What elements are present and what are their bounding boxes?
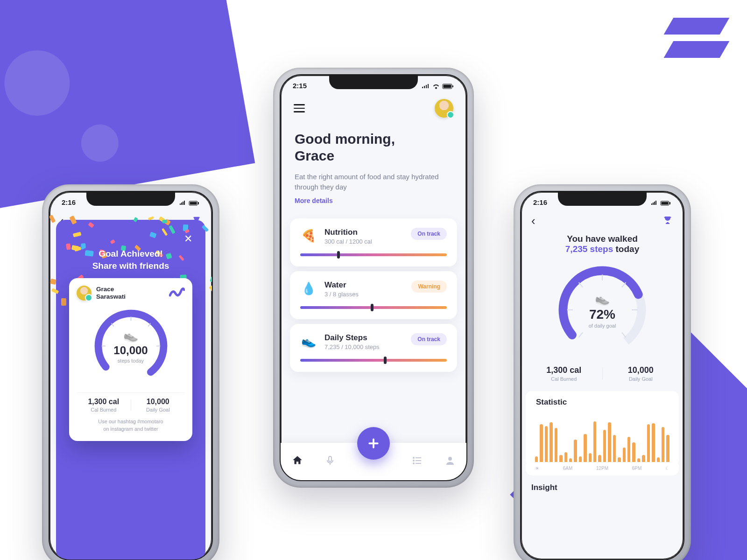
flutter-logo-icon	[669, 18, 725, 64]
progress-gauge: 👟 72% of daily goal	[553, 261, 651, 359]
svg-point-4	[413, 457, 415, 459]
water-icon: 💧	[300, 281, 317, 296]
moon-icon: ☾	[665, 466, 669, 471]
svg-rect-1	[444, 85, 451, 88]
progress-slider[interactable]	[300, 359, 447, 362]
status-icons	[179, 198, 200, 206]
shoe-icon: 👟	[123, 329, 138, 343]
notch	[86, 192, 175, 206]
stat-value: 10,000	[603, 365, 679, 375]
status-time: 2:16	[533, 198, 547, 206]
hourly-bar-chart	[526, 411, 679, 467]
stat-label: Cal Burned	[77, 407, 131, 413]
card-title: Nutrition	[324, 228, 403, 237]
status-icons	[651, 198, 671, 206]
steps-count: 10,000	[113, 344, 148, 357]
card-subtitle: 300 cal / 1200 cal	[324, 238, 403, 245]
trophy-icon[interactable]	[662, 215, 673, 228]
status-badge: Warning	[411, 280, 447, 293]
insight-heading: Insight	[521, 476, 684, 496]
brand-mark-icon	[169, 287, 185, 299]
chart-axis: ☀ 6AM 12PM 6PM ☾	[526, 464, 679, 476]
gauge-percent: 72%	[589, 307, 615, 322]
modal-title: Goal Achieved! Share with friends	[49, 248, 212, 272]
phone-mock-center: 2:15 Good morning,Grace Eat the right am…	[273, 68, 474, 488]
svg-rect-9	[416, 463, 421, 464]
greeting-subtitle: Eat the right amount of food and stay hy…	[281, 166, 466, 195]
more-details-link[interactable]: More details	[281, 195, 466, 214]
notch	[329, 75, 418, 89]
user-name: Saraswati	[96, 293, 126, 301]
progress-slider[interactable]	[300, 253, 447, 256]
svg-point-8	[413, 462, 415, 464]
card-nutrition[interactable]: 🍕 Nutrition 300 cal / 1200 cal On track	[290, 218, 457, 266]
card-title: Daily Steps	[324, 333, 403, 343]
card-title: Water	[324, 280, 404, 290]
svg-point-6	[413, 460, 415, 462]
menu-icon[interactable]	[294, 102, 305, 115]
stat-pair: 1,300 cal Cal Burned 10,000 Daily Goal	[521, 362, 684, 388]
stat-label: Cal Burned	[526, 376, 602, 382]
phone-mock-right: 2:16 ‹ You have walked 7,235 steps today	[514, 184, 691, 560]
tab-profile[interactable]	[444, 455, 456, 468]
svg-rect-13	[669, 202, 670, 204]
shoe-icon: 👟	[595, 292, 610, 306]
avatar	[77, 286, 92, 301]
svg-rect-7	[416, 460, 421, 461]
tab-mic[interactable]	[324, 455, 336, 468]
stat-label: Daily Goal	[131, 407, 185, 413]
stat-value: 1,300 cal	[77, 398, 131, 406]
card-water[interactable]: 💧 Water 3 / 8 glasses Warning	[290, 271, 457, 319]
back-icon[interactable]: ‹	[531, 214, 536, 228]
svg-rect-2	[452, 85, 453, 87]
progress-gauge: 👟 10,000 steps today	[90, 305, 172, 387]
stat-value: 10,000	[131, 398, 185, 406]
status-icons	[422, 82, 454, 90]
statistic-heading: Statistic	[526, 391, 679, 411]
phone-mock-left: 2:16 ‹ St Insight ✕ Goal Achieved! Share…	[42, 184, 219, 560]
status-badge: On track	[411, 228, 447, 240]
tab-list[interactable]	[411, 455, 423, 468]
sun-icon: ☀	[535, 466, 539, 471]
avatar[interactable]	[435, 99, 453, 118]
progress-slider[interactable]	[300, 306, 447, 309]
gauge-sublabel: of daily goal	[589, 323, 616, 329]
svg-rect-3	[329, 456, 331, 462]
tab-home[interactable]	[291, 455, 303, 469]
steps-label: steps today	[118, 358, 144, 364]
stat-value: 1,300 cal	[526, 365, 602, 375]
svg-rect-25	[198, 202, 199, 204]
fab-add-button[interactable]	[357, 427, 390, 460]
steps-headline: You have walked 7,235 steps today	[521, 234, 684, 254]
user-name: Grace	[96, 286, 126, 293]
svg-rect-5	[416, 457, 421, 458]
stat-label: Daily Goal	[603, 376, 679, 382]
card-steps[interactable]: 👟 Daily Steps 7,235 / 10,000 steps On tr…	[290, 324, 457, 372]
svg-point-10	[448, 457, 452, 461]
notch	[558, 192, 647, 206]
card-subtitle: 7,235 / 10,000 steps	[324, 343, 403, 350]
svg-rect-12	[662, 202, 669, 204]
share-card: Grace Saraswati 👟 10,000	[69, 278, 192, 441]
hashtag-hint: Use our hashtag #momotaro on instagram a…	[77, 418, 185, 433]
card-subtitle: 3 / 8 glasses	[324, 291, 404, 298]
svg-rect-24	[190, 202, 197, 204]
close-icon[interactable]: ✕	[184, 233, 192, 245]
greeting: Good morning,Grace	[281, 122, 466, 166]
pizza-icon: 🍕	[300, 229, 317, 243]
status-badge: On track	[411, 333, 447, 345]
status-time: 2:16	[62, 198, 76, 206]
shoe-icon: 👟	[300, 334, 317, 349]
status-time: 2:15	[293, 82, 307, 90]
